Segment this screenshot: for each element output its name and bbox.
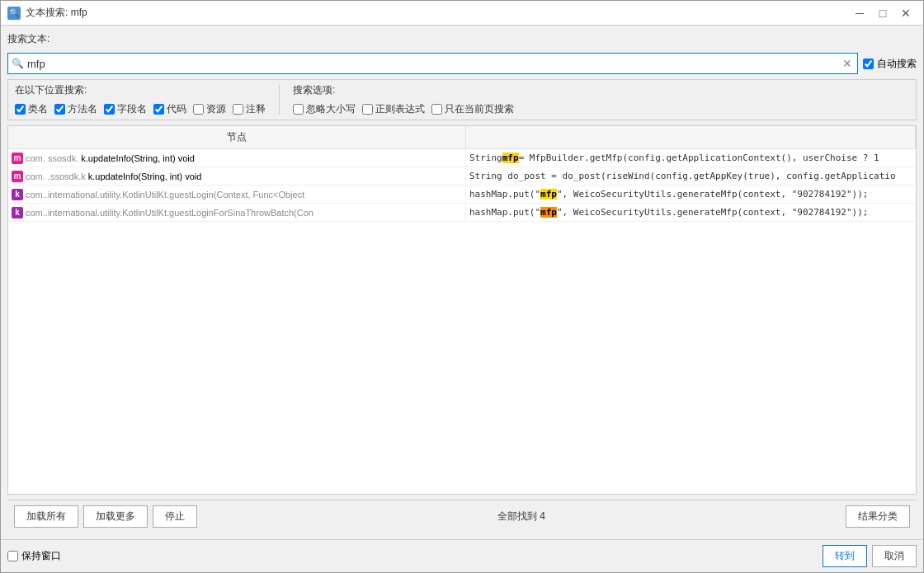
keep-window-checkbox[interactable] bbox=[7, 551, 18, 561]
search-in-checkboxes: 类名 方法名 字段名 代码 bbox=[15, 102, 266, 116]
search-input[interactable] bbox=[27, 58, 841, 70]
search-input-wrap: 🔍 ✕ bbox=[7, 53, 858, 74]
code-cell: hashMap.put("mfp", WeicoSecurityUtils.ge… bbox=[466, 186, 916, 203]
checkbox-field-input[interactable] bbox=[104, 104, 115, 115]
checkbox-resource[interactable]: 资源 bbox=[193, 102, 226, 116]
checkbox-comment[interactable]: 注释 bbox=[233, 102, 266, 116]
node-cell: k com..international.utility.KotlinUtilK… bbox=[8, 204, 466, 221]
options-divider bbox=[279, 85, 280, 115]
table-row[interactable]: m com. ssosdk. k.updateInfo(String, int)… bbox=[8, 149, 916, 167]
window: 🔍 文本搜索: mfp ─ □ ✕ 搜索文本: 🔍 ✕ 自动搜索 bbox=[0, 0, 924, 573]
checkbox-method-input[interactable] bbox=[54, 104, 65, 115]
checkbox-current-page[interactable]: 只在当前页搜索 bbox=[431, 102, 514, 116]
results-container: 节点 m com. ssosdk. k.updateInfo(String, i… bbox=[7, 125, 917, 495]
load-all-button[interactable]: 加载所有 bbox=[14, 505, 78, 528]
search-icon: 🔍 bbox=[12, 58, 24, 69]
title-bar: 🔍 文本搜索: mfp ─ □ ✕ bbox=[1, 1, 923, 26]
window-controls: ─ □ ✕ bbox=[849, 5, 917, 21]
main-content: 搜索文本: 🔍 ✕ 自动搜索 在以下位置搜索: 类名 bbox=[1, 26, 923, 539]
checkbox-code[interactable]: 代码 bbox=[153, 102, 186, 116]
highlight-mfp: mfp bbox=[540, 189, 557, 200]
results-body[interactable]: m com. ssosdk. k.updateInfo(String, int)… bbox=[8, 149, 916, 494]
search-input-row: 🔍 ✕ 自动搜索 bbox=[7, 53, 917, 74]
clear-button[interactable]: ✕ bbox=[841, 57, 854, 70]
maximize-button[interactable]: □ bbox=[872, 5, 893, 21]
checkbox-resource-input[interactable] bbox=[193, 104, 204, 115]
method-icon: m bbox=[12, 153, 23, 164]
stop-button[interactable]: 停止 bbox=[153, 505, 197, 528]
search-options-checkboxes: 忽略大小写 正则表达式 只在当前页搜索 bbox=[293, 102, 514, 116]
keep-window-label[interactable]: 保持窗口 bbox=[21, 549, 61, 563]
search-options-label: 搜索选项: bbox=[293, 83, 514, 97]
method-icon: m bbox=[12, 171, 23, 182]
checkbox-current-page-input[interactable] bbox=[431, 104, 442, 115]
results-header: 节点 bbox=[8, 126, 916, 149]
header-code bbox=[466, 126, 916, 148]
code-cell: String mfp = MfpBuilder.getMfp(config.ge… bbox=[466, 149, 916, 167]
checkbox-ignore-case[interactable]: 忽略大小写 bbox=[293, 102, 356, 116]
bottom-bar: 加载所有 加载更多 停止 全部找到 4 结果分类 bbox=[7, 500, 917, 533]
checkbox-regex[interactable]: 正则表达式 bbox=[362, 102, 425, 116]
table-row[interactable]: m com. .ssosdk.k k.updateInfo(String, in… bbox=[8, 167, 916, 186]
table-row[interactable]: k com..international.utility.KotlinUtilK… bbox=[8, 204, 916, 222]
cancel-button[interactable]: 取消 bbox=[872, 545, 917, 567]
checkbox-comment-input[interactable] bbox=[233, 104, 243, 115]
header-node: 节点 bbox=[8, 126, 466, 148]
checkbox-ignore-case-input[interactable] bbox=[293, 104, 304, 115]
window-title: 文本搜索: mfp bbox=[26, 6, 87, 20]
node-cell: k com..international.utility.KotlinUtilK… bbox=[8, 186, 466, 203]
search-label: 搜索文本: bbox=[7, 32, 917, 46]
checkbox-regex-input[interactable] bbox=[362, 104, 373, 115]
checkbox-field[interactable]: 字段名 bbox=[104, 102, 147, 116]
node-cell: m com. .ssosdk.k k.updateInfo(String, in… bbox=[8, 167, 466, 185]
checkbox-class-input[interactable] bbox=[15, 104, 26, 115]
auto-search-label[interactable]: 自动搜索 bbox=[877, 57, 917, 71]
node-cell: m com. ssosdk. k.updateInfo(String, int)… bbox=[8, 149, 466, 167]
search-in-label: 在以下位置搜索: bbox=[15, 83, 266, 97]
code-cell: hashMap.put("mfp", WeicoSecurityUtils.ge… bbox=[466, 204, 916, 221]
code-cell: String do_post = do_post(riseWind(config… bbox=[466, 167, 916, 185]
minimize-button[interactable]: ─ bbox=[849, 5, 870, 21]
search-in-section: 在以下位置搜索: 类名 方法名 字段名 bbox=[15, 83, 266, 116]
highlight-mfp: mfp bbox=[502, 153, 519, 163]
checkbox-code-input[interactable] bbox=[153, 104, 164, 115]
search-options-section: 搜索选项: 忽略大小写 正则表达式 只在当前页搜索 bbox=[293, 83, 514, 116]
status-text: 全部找到 4 bbox=[202, 510, 841, 524]
goto-button[interactable]: 转到 bbox=[823, 545, 867, 567]
kotlin-icon: k bbox=[12, 207, 23, 218]
load-more-button[interactable]: 加载更多 bbox=[83, 505, 148, 528]
auto-search-checkbox[interactable] bbox=[863, 59, 874, 69]
checkbox-class[interactable]: 类名 bbox=[15, 102, 48, 116]
footer-bar: 保持窗口 转到 取消 bbox=[1, 539, 923, 572]
highlight-mfp-orange: mfp bbox=[540, 207, 557, 218]
table-row[interactable]: k com..international.utility.KotlinUtilK… bbox=[8, 186, 916, 204]
footer-buttons: 转到 取消 bbox=[823, 545, 917, 567]
close-button[interactable]: ✕ bbox=[895, 5, 917, 21]
options-row: 在以下位置搜索: 类名 方法名 字段名 bbox=[7, 79, 917, 120]
checkbox-method[interactable]: 方法名 bbox=[54, 102, 97, 116]
results-classify-button[interactable]: 结果分类 bbox=[846, 505, 910, 528]
app-icon: 🔍 bbox=[7, 7, 21, 20]
kotlin-icon: k bbox=[12, 189, 23, 200]
